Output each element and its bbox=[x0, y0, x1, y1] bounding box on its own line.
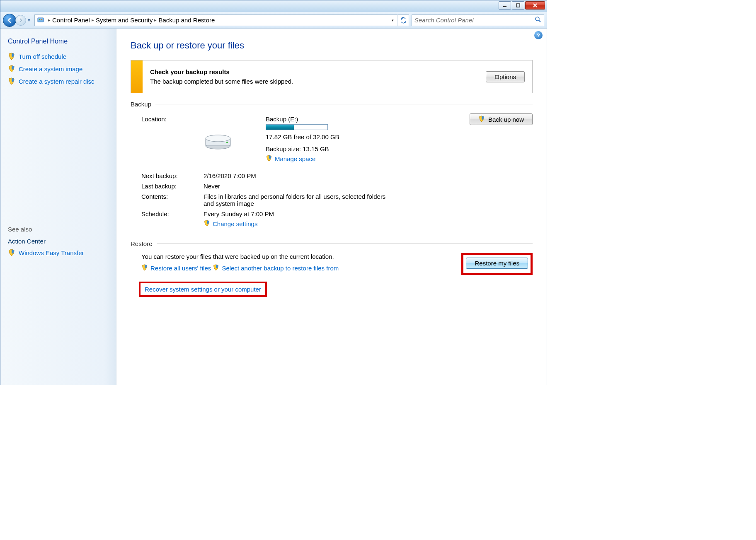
search-input[interactable] bbox=[414, 17, 535, 24]
backup-size-text: Backup size: 13.15 GB bbox=[266, 145, 454, 152]
recover-system-highlight: Recover system settings or your computer bbox=[139, 282, 267, 297]
titlebar bbox=[0, 0, 547, 12]
shield-icon bbox=[8, 53, 15, 60]
minimize-button[interactable] bbox=[499, 1, 511, 10]
svg-rect-4 bbox=[41, 19, 42, 20]
alert-body-text: The backup completed but some files were… bbox=[150, 78, 293, 85]
contents-value: Files in libraries and personal folders … bbox=[204, 193, 396, 207]
close-button[interactable] bbox=[525, 1, 545, 10]
backup-section-label: Backup bbox=[131, 101, 151, 108]
restore-all-users-link[interactable]: Restore all users' files bbox=[150, 265, 211, 272]
breadcrumb-root[interactable]: Control Panel bbox=[52, 17, 90, 24]
sidebar-item-label: Create a system image bbox=[19, 65, 82, 72]
nav-buttons: ▼ bbox=[3, 14, 32, 27]
manage-space-link[interactable]: Manage space bbox=[275, 155, 315, 162]
see-also-item-label: Windows Easy Transfer bbox=[19, 249, 84, 256]
address-bar[interactable]: ▸ Control Panel ▸ System and Security ▸ … bbox=[34, 14, 409, 26]
shield-icon bbox=[8, 65, 15, 72]
change-settings-link[interactable]: Change settings bbox=[213, 220, 257, 227]
sidebar: Control Panel Home Turn off schedule Cre… bbox=[0, 29, 116, 385]
last-backup-value: Never bbox=[204, 183, 396, 190]
select-another-backup-link[interactable]: Select another backup to restore files f… bbox=[222, 265, 339, 272]
shield-icon bbox=[266, 155, 273, 162]
breadcrumb-level1[interactable]: System and Security bbox=[96, 17, 153, 24]
svg-point-9 bbox=[206, 135, 230, 142]
backup-section-header: Backup bbox=[131, 101, 533, 108]
search-icon[interactable] bbox=[535, 16, 541, 24]
shield-icon bbox=[204, 220, 211, 227]
restore-my-files-button[interactable]: Restore my files bbox=[466, 258, 528, 269]
see-also-label: See also bbox=[8, 226, 109, 233]
back-up-now-button[interactable]: Back up now bbox=[470, 113, 533, 125]
next-backup-label: Next backup: bbox=[141, 172, 204, 179]
page-title: Back up or restore your files bbox=[131, 40, 533, 51]
next-backup-value: 2/16/2020 7:00 PM bbox=[204, 172, 396, 179]
shield-icon bbox=[213, 264, 220, 272]
svg-rect-3 bbox=[39, 19, 40, 20]
drive-icon bbox=[204, 113, 266, 152]
see-also-action-center[interactable]: Action Center bbox=[8, 238, 109, 245]
nav-history-dropdown[interactable]: ▼ bbox=[26, 14, 32, 27]
svg-line-6 bbox=[539, 20, 540, 22]
svg-point-5 bbox=[536, 17, 539, 21]
last-backup-label: Last backup: bbox=[141, 183, 204, 190]
restore-section-label: Restore bbox=[131, 240, 153, 247]
sidebar-item-create-system-image[interactable]: Create a system image bbox=[8, 65, 109, 72]
restore-button-highlight: Restore my files bbox=[461, 253, 533, 275]
options-button[interactable]: Options bbox=[486, 71, 525, 82]
maximize-button[interactable] bbox=[512, 1, 524, 10]
sidebar-home-link[interactable]: Control Panel Home bbox=[8, 38, 109, 45]
control-panel-icon bbox=[36, 16, 46, 25]
shield-icon bbox=[8, 77, 15, 85]
toolbar: ▼ ▸ Control Panel ▸ System and Security … bbox=[0, 12, 547, 29]
alert-heading: Check your backup results bbox=[150, 68, 486, 75]
schedule-label: Schedule: bbox=[141, 210, 204, 228]
chevron-right-icon: ▸ bbox=[46, 17, 52, 23]
shield-icon bbox=[478, 116, 486, 123]
restore-section-header: Restore bbox=[131, 240, 533, 247]
main-content: Back up or restore your files Check your… bbox=[116, 29, 547, 385]
back-up-now-label: Back up now bbox=[488, 116, 524, 123]
see-also-easy-transfer[interactable]: Windows Easy Transfer bbox=[8, 249, 109, 256]
svg-rect-1 bbox=[516, 4, 520, 7]
location-label: Location: bbox=[141, 113, 204, 125]
sidebar-item-create-repair-disc[interactable]: Create a system repair disc bbox=[8, 77, 109, 85]
svg-rect-2 bbox=[38, 18, 44, 22]
search-box[interactable] bbox=[412, 14, 544, 26]
svg-point-10 bbox=[226, 142, 228, 143]
sidebar-item-label: Turn off schedule bbox=[19, 53, 66, 60]
svg-rect-0 bbox=[503, 6, 506, 7]
free-space-text: 17.82 GB free of 32.00 GB bbox=[266, 133, 454, 140]
chevron-right-icon: ▸ bbox=[90, 17, 96, 23]
contents-label: Contents: bbox=[141, 193, 204, 207]
chevron-right-icon: ▸ bbox=[153, 17, 158, 23]
shield-icon bbox=[141, 264, 149, 272]
recover-system-link[interactable]: Recover system settings or your computer bbox=[145, 286, 261, 293]
forward-button[interactable] bbox=[15, 15, 26, 26]
address-dropdown[interactable]: ▾ bbox=[388, 18, 397, 22]
back-button[interactable] bbox=[3, 14, 16, 27]
sidebar-item-label: Create a system repair disc bbox=[19, 78, 94, 85]
location-value: Backup (E:) bbox=[266, 116, 454, 123]
see-also-item-label: Action Center bbox=[8, 238, 46, 245]
alert-box: Check your backup results The backup com… bbox=[131, 60, 533, 93]
refresh-button[interactable] bbox=[397, 14, 409, 26]
alert-stripe bbox=[131, 60, 143, 93]
schedule-value: Every Sunday at 7:00 PM bbox=[204, 210, 396, 217]
space-progress bbox=[266, 124, 328, 130]
restore-description: You can restore your files that were bac… bbox=[141, 253, 453, 260]
breadcrumb-level2[interactable]: Backup and Restore bbox=[158, 17, 215, 24]
shield-icon bbox=[8, 249, 15, 256]
sidebar-item-turn-off-schedule[interactable]: Turn off schedule bbox=[8, 53, 109, 60]
